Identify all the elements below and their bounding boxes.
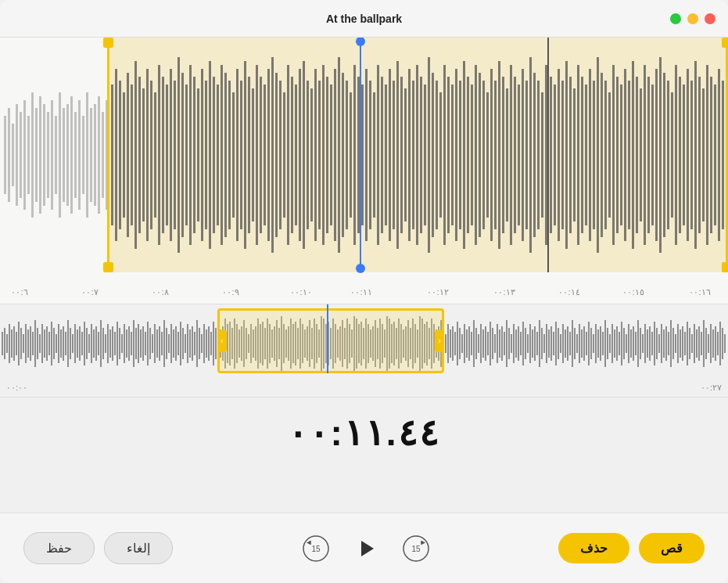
- svg-rect-114: [451, 85, 454, 225]
- svg-rect-444: [611, 324, 613, 363]
- svg-rect-237: [126, 329, 127, 358]
- svg-rect-244: [142, 326, 144, 361]
- svg-rect-449: [623, 328, 625, 359]
- svg-rect-272: [208, 326, 210, 361]
- svg-rect-185: [4, 328, 5, 359]
- svg-rect-384: [471, 332, 472, 355]
- main-waveform-area[interactable]: // This will be replaced by static SVG r…: [0, 38, 728, 304]
- svg-rect-490: [719, 322, 721, 365]
- svg-rect-37: [150, 81, 152, 229]
- svg-rect-69: [275, 73, 278, 237]
- save-button[interactable]: حفظ: [23, 532, 95, 564]
- svg-rect-183: [722, 81, 724, 229]
- svg-rect-71: [283, 92, 285, 218]
- play-button[interactable]: [349, 531, 383, 566]
- cancel-button[interactable]: إلغاء: [104, 532, 173, 564]
- svg-rect-385: [473, 320, 475, 367]
- playhead[interactable]: [360, 38, 361, 272]
- svg-rect-73: [291, 77, 293, 233]
- svg-rect-146: [577, 65, 579, 245]
- svg-rect-61: [244, 61, 246, 249]
- green-button[interactable]: [670, 13, 681, 24]
- red-button[interactable]: [705, 13, 715, 24]
- svg-rect-107: [424, 85, 426, 225]
- svg-rect-461: [651, 332, 653, 355]
- svg-rect-273: [210, 332, 212, 355]
- svg-rect-472: [677, 324, 679, 363]
- svg-rect-201: [41, 324, 43, 363]
- svg-rect-158: [624, 69, 626, 241]
- svg-rect-446: [616, 326, 618, 361]
- svg-rect-263: [187, 324, 188, 363]
- mini-selection-box[interactable]: ‹ ›: [217, 308, 444, 373]
- svg-rect-249: [154, 324, 156, 363]
- svg-rect-220: [86, 328, 88, 359]
- svg-rect-469: [670, 320, 672, 367]
- svg-rect-214: [72, 334, 74, 353]
- svg-rect-88: [350, 92, 352, 218]
- mini-playhead[interactable]: [327, 304, 328, 373]
- svg-rect-447: [619, 332, 620, 355]
- svg-rect-97: [385, 85, 387, 225]
- svg-rect-104: [412, 81, 414, 229]
- svg-rect-105: [416, 65, 418, 245]
- svg-text:15: 15: [311, 545, 321, 553]
- svg-rect-48: [193, 77, 195, 233]
- yellow-button[interactable]: [687, 13, 698, 24]
- mini-handle-left[interactable]: ‹: [217, 330, 227, 352]
- svg-rect-432: [583, 326, 585, 361]
- svg-rect-241: [135, 328, 137, 359]
- svg-rect-454: [635, 332, 637, 355]
- svg-rect-198: [34, 320, 36, 367]
- rewind-button[interactable]: 15: [299, 531, 333, 566]
- svg-rect-131: [518, 85, 520, 225]
- svg-rect-112: [443, 65, 446, 245]
- svg-rect-455: [637, 320, 639, 367]
- svg-rect-79: [314, 69, 317, 241]
- svg-rect-134: [529, 57, 532, 253]
- svg-rect-259: [178, 332, 179, 355]
- svg-rect-81: [322, 65, 325, 245]
- svg-rect-128: [506, 88, 508, 221]
- svg-rect-65: [260, 77, 262, 233]
- svg-rect-51: [205, 81, 207, 229]
- svg-rect-448: [621, 322, 622, 365]
- svg-rect-212: [67, 320, 69, 367]
- svg-rect-207: [56, 334, 57, 353]
- svg-rect-403: [515, 329, 517, 358]
- svg-rect-115: [455, 69, 457, 241]
- mini-waveform-area[interactable]: ‹ › ‏٠٠:٠٠ ‏٠٠:٢٧: [0, 304, 728, 398]
- time-marker-12: ٠٠:١٢: [427, 287, 448, 297]
- svg-rect-245: [145, 332, 146, 355]
- svg-rect-74: [295, 85, 297, 225]
- svg-rect-436: [593, 334, 594, 353]
- svg-rect-140: [554, 85, 556, 225]
- svg-rect-83: [330, 85, 332, 225]
- svg-rect-31: [127, 73, 129, 237]
- trim-button[interactable]: قص: [639, 533, 705, 563]
- forward-button[interactable]: 15: [399, 531, 433, 566]
- svg-rect-179: [706, 65, 708, 245]
- selection-handle-left[interactable]: [107, 38, 109, 272]
- svg-rect-43: [174, 81, 176, 229]
- svg-rect-379: [459, 328, 461, 359]
- svg-rect-18: [74, 112, 77, 198]
- svg-rect-441: [604, 320, 606, 367]
- svg-rect-152: [601, 73, 603, 237]
- svg-rect-45: [181, 73, 184, 237]
- time-marker-8: ٠٠:٨: [152, 287, 168, 297]
- delete-button[interactable]: حذف: [558, 533, 629, 563]
- svg-rect-488: [715, 326, 716, 361]
- svg-rect-9: [39, 96, 41, 214]
- svg-rect-262: [185, 334, 186, 353]
- svg-rect-38: [154, 92, 156, 218]
- svg-rect-94: [373, 92, 375, 218]
- svg-rect-223: [93, 329, 95, 358]
- svg-rect-66: [264, 85, 266, 225]
- svg-rect-426: [569, 332, 571, 355]
- svg-rect-133: [525, 81, 528, 229]
- svg-rect-171: [675, 65, 677, 245]
- svg-rect-246: [147, 322, 149, 365]
- svg-rect-211: [65, 332, 66, 355]
- mini-handle-right[interactable]: ›: [435, 330, 444, 352]
